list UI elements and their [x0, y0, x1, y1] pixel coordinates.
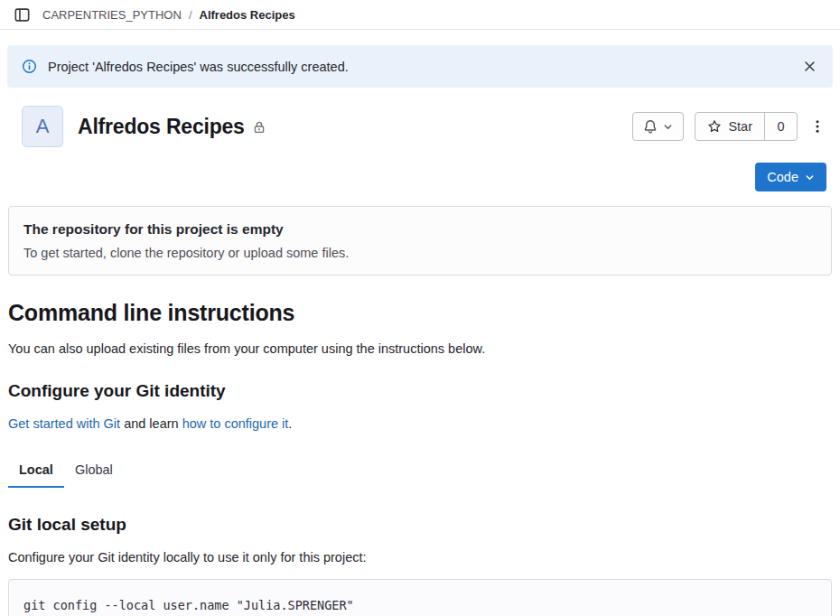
git-identity-heading: Configure your Git identity	[8, 381, 832, 401]
page-title: Alfredos Recipes	[78, 115, 266, 139]
chevron-down-icon	[805, 173, 815, 182]
star-button-group: Star 0	[695, 112, 798, 141]
git-local-setup-description: Configure your Git identity locally to u…	[8, 550, 832, 565]
instructions-intro: You can also upload existing files from …	[8, 341, 832, 356]
breadcrumb-separator: /	[189, 8, 192, 22]
empty-repo-subtitle: To get started, clone the repository or …	[23, 246, 817, 260]
bell-icon	[643, 119, 658, 134]
project-avatar: A	[22, 106, 63, 147]
empty-repo-title: The repository for this project is empty	[23, 221, 817, 238]
sidebar-toggle-button[interactable]	[13, 5, 32, 24]
more-actions-button[interactable]	[808, 116, 826, 137]
info-icon	[22, 59, 37, 74]
star-count[interactable]: 0	[764, 113, 797, 140]
alert-message: Project 'Alfredos Recipes' was successfu…	[48, 60, 349, 74]
sidebar-toggle-icon	[14, 7, 30, 23]
breadcrumb: CARPENTRIES_PYTHON / Alfredos Recipes	[42, 8, 295, 22]
get-started-with-git-link[interactable]: Get started with Git	[8, 416, 120, 431]
tab-global[interactable]: Global	[64, 454, 124, 488]
star-button-label: Star	[728, 119, 752, 134]
star-button[interactable]: Star	[695, 113, 764, 140]
code-button-row: Code	[14, 163, 826, 191]
header-actions: Star 0	[632, 112, 826, 141]
lock-icon	[252, 120, 266, 135]
scope-tabs: Local Global	[8, 454, 832, 488]
git-local-setup-heading: Git local setup	[8, 515, 832, 535]
instructions-section: Command line instructions You can also u…	[0, 300, 840, 616]
sentence-period: .	[288, 416, 292, 431]
git-identity-middle-text: and learn	[120, 416, 182, 431]
how-to-configure-it-link[interactable]: how to configure it	[182, 416, 289, 431]
alert-close-button[interactable]	[801, 58, 818, 75]
top-bar: CARPENTRIES_PYTHON / Alfredos Recipes	[0, 0, 840, 30]
code-button-label: Code	[767, 170, 798, 184]
kebab-menu-icon	[810, 119, 825, 134]
close-icon	[803, 60, 817, 73]
empty-repo-notice: The repository for this project is empty…	[8, 206, 832, 275]
breadcrumb-project-link[interactable]: Alfredos Recipes	[200, 8, 295, 22]
star-icon	[707, 119, 722, 134]
info-alert-banner: Project 'Alfredos Recipes' was successfu…	[7, 45, 833, 88]
project-title-text: Alfredos Recipes	[78, 115, 245, 139]
project-header: A Alfredos Recipes	[22, 106, 826, 147]
notifications-dropdown-button[interactable]	[632, 112, 684, 141]
chevron-down-icon	[663, 122, 673, 132]
code-dropdown-button[interactable]: Code	[755, 163, 826, 191]
tab-local[interactable]: Local	[8, 454, 64, 488]
breadcrumb-group-link[interactable]: CARPENTRIES_PYTHON	[42, 8, 182, 22]
git-config-code-block[interactable]: git config --local user.name "Julia.SPRE…	[8, 579, 832, 616]
git-identity-links: Get started with Git and learn how to co…	[8, 416, 832, 431]
command-line-instructions-heading: Command line instructions	[8, 300, 832, 326]
